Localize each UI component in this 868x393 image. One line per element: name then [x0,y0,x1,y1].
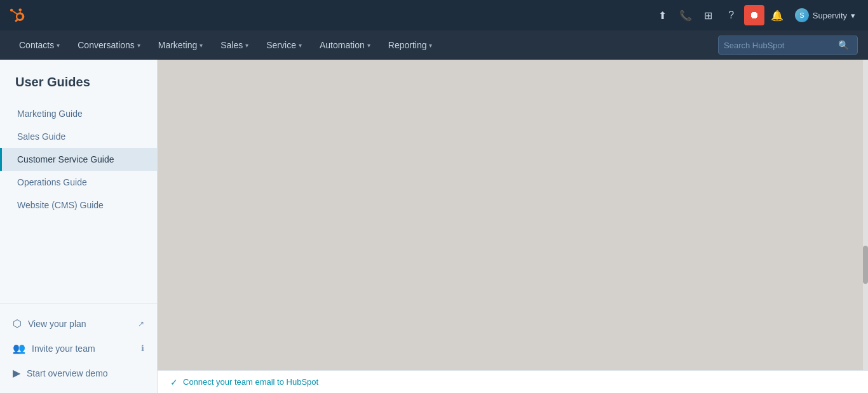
nav-conversations[interactable]: Conversations ▾ [69,30,149,60]
sidebar-item-customer-service-guide[interactable]: Customer Service Guide [0,148,157,171]
sidebar-item-sales-guide[interactable]: Sales Guide [0,125,157,148]
user-menu[interactable]: S Supervity ▾ [790,6,860,25]
nav-sales[interactable]: Sales ▾ [212,30,257,60]
nav-contacts[interactable]: Contacts ▾ [10,30,69,60]
nav-marketing[interactable]: Marketing ▾ [149,30,212,60]
check-icon: ✓ [170,377,178,387]
calls-icon[interactable]: 📞 [675,5,696,25]
sidebar-item-marketing-guide[interactable]: Marketing Guide [0,102,157,125]
user-name: Supervity [813,11,847,20]
view-plan-item[interactable]: ⬡ View your plan ↗ [0,311,157,336]
nav-service[interactable]: Service ▾ [257,30,311,60]
chevron-down-icon: ▾ [200,42,203,49]
scrollbar[interactable] [863,60,868,370]
chevron-down-icon: ▾ [367,42,370,49]
search-box[interactable]: 🔍 [718,36,858,55]
scroll-thumb[interactable] [863,246,868,284]
chevron-down-icon: ▾ [137,42,140,49]
topnav: ⬆ 📞 ⊞ ? ⏺ 🔔 S Supervity ▾ [0,0,868,30]
sidebar-bottom: ⬡ View your plan ↗ 👥 Invite your team ℹ … [0,303,157,393]
box-icon: ⬡ [13,317,22,330]
topnav-left [8,5,33,25]
invite-team-item[interactable]: 👥 Invite your team ℹ [0,336,157,361]
external-link-icon: ↗ [138,319,144,328]
apps-icon[interactable]: ⊞ [698,5,719,25]
layout: User Guides Marketing Guide Sales Guide … [0,60,868,393]
content-area [158,60,868,370]
sidebar-title: User Guides [0,75,157,102]
mainnav: Contacts ▾ Conversations ▾ Marketing ▾ S… [0,30,868,60]
info-icon: ℹ [141,343,144,353]
help-icon[interactable]: ? [721,5,742,25]
chevron-down-icon: ▾ [57,42,60,49]
search-icon[interactable]: 🔍 [838,40,849,50]
topnav-icons: ⬆ 📞 ⊞ ? ⏺ 🔔 S Supervity ▾ [653,5,860,25]
main-content: ✓ Connect your team email to HubSpot [158,60,868,393]
bottom-text: Connect your team email to HubSpot [183,377,318,387]
team-icon: 👥 [13,342,25,354]
chevron-down-icon: ▾ [245,42,248,49]
notifications-icon[interactable]: 🔔 [767,5,787,25]
hubspot-logo[interactable] [8,5,28,25]
sidebar-item-website-cms-guide[interactable]: Website (CMS) Guide [0,194,157,216]
mainnav-links: Contacts ▾ Conversations ▾ Marketing ▾ S… [10,30,441,60]
nav-automation[interactable]: Automation ▾ [311,30,379,60]
bottom-bar: ✓ Connect your team email to HubSpot [158,370,868,393]
avatar: S [795,8,809,22]
video-icon: ▶ [13,367,20,379]
chevron-down-icon: ▾ [851,11,855,20]
upgrade-icon[interactable]: ⬆ [653,5,673,25]
sidebar-item-operations-guide[interactable]: Operations Guide [0,171,157,194]
sidebar: User Guides Marketing Guide Sales Guide … [0,60,158,393]
chevron-down-icon: ▾ [429,42,432,49]
record-icon[interactable]: ⏺ [744,5,764,25]
search-input[interactable] [724,41,838,50]
chevron-down-icon: ▾ [299,42,302,49]
overview-demo-item[interactable]: ▶ Start overview demo [0,361,157,385]
nav-reporting[interactable]: Reporting ▾ [379,30,442,60]
